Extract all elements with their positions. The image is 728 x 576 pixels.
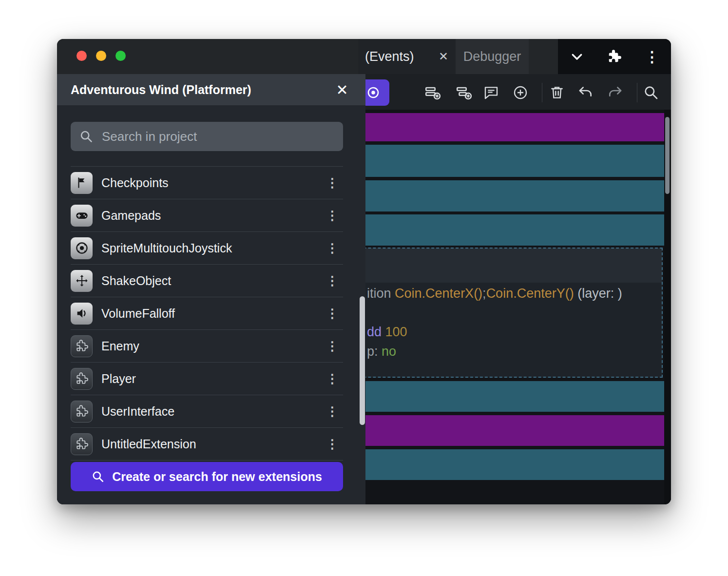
extensions-puzzle-icon[interactable] xyxy=(607,49,622,64)
item-menu-icon[interactable]: ⋮ xyxy=(322,401,343,422)
add-comment-icon[interactable] xyxy=(480,81,502,104)
item-menu-icon[interactable]: ⋮ xyxy=(322,335,343,357)
list-item-spritemultitouchjoystick[interactable]: SpriteMultitouchJoystick ⋮ xyxy=(71,232,343,265)
event-action-line-3[interactable]: p: no xyxy=(367,344,396,359)
flag-icon xyxy=(71,172,93,194)
list-item-enemy[interactable]: Enemy ⋮ xyxy=(71,330,343,363)
events-scrollbar-thumb[interactable] xyxy=(665,117,670,194)
puzzle-icon xyxy=(71,401,93,422)
puzzle-icon xyxy=(71,368,93,390)
close-traffic-light[interactable] xyxy=(77,51,87,61)
chevron-down-icon[interactable] xyxy=(570,49,584,64)
gamepad-icon xyxy=(71,205,93,227)
add-more-icon[interactable] xyxy=(509,81,532,104)
tab-debugger[interactable]: Debugger xyxy=(456,39,529,74)
search-input[interactable] xyxy=(101,129,334,145)
window-menu-icon[interactable]: ⋮ xyxy=(645,48,659,65)
item-menu-icon[interactable]: ⋮ xyxy=(322,303,343,324)
zoom-traffic-light[interactable] xyxy=(115,51,126,61)
list-item-label: SpriteMultitouchJoystick xyxy=(101,241,322,255)
item-menu-icon[interactable]: ⋮ xyxy=(322,237,343,259)
titlebar-right-actions: ⋮ xyxy=(558,39,671,74)
app-window: (Events) ✕ Debugger ⋮ xyxy=(57,39,671,504)
code-boolean: no xyxy=(382,344,396,359)
item-menu-icon[interactable]: ⋮ xyxy=(322,205,343,226)
redo-icon[interactable] xyxy=(604,81,626,104)
screenshot-stage: (Events) ✕ Debugger ⋮ xyxy=(0,0,728,576)
list-item-volumefalloff[interactable]: VolumeFalloff ⋮ xyxy=(71,297,343,330)
tab-events-close-icon[interactable]: ✕ xyxy=(432,39,455,74)
search-events-icon[interactable] xyxy=(640,81,662,104)
modal-close-icon[interactable]: ✕ xyxy=(331,79,353,100)
create-extension-label: Create or search for new extensions xyxy=(112,470,322,484)
list-item-label: Player xyxy=(101,372,322,386)
item-menu-icon[interactable]: ⋮ xyxy=(322,368,343,389)
project-items-list: Checkpoints ⋮ Gamepads ⋮ SpriteMultitouc… xyxy=(71,166,343,461)
code-layer-suffix: (layer: ) xyxy=(574,286,622,301)
code-keyword: dd xyxy=(367,325,382,339)
minimize-traffic-light[interactable] xyxy=(96,51,106,61)
project-manager-modal: Adventurous Wind (Platformer) ✕ Checkpoi… xyxy=(57,74,365,504)
toolbar-divider xyxy=(637,83,637,102)
code-key: p: xyxy=(367,344,378,359)
event-action-line-2[interactable]: dd 100 xyxy=(367,325,407,340)
list-item-userinterface[interactable]: UserInterface ⋮ xyxy=(71,395,343,428)
list-item-shakeobject[interactable]: ShakeObject ⋮ xyxy=(71,265,343,297)
item-menu-icon[interactable]: ⋮ xyxy=(322,433,343,455)
list-item-label: UserInterface xyxy=(101,404,322,419)
list-item-player[interactable]: Player ⋮ xyxy=(71,363,343,395)
list-item-untitledextension[interactable]: UntitledExtension ⋮ xyxy=(71,428,343,461)
list-item-checkpoints[interactable]: Checkpoints ⋮ xyxy=(71,166,343,199)
undo-icon[interactable] xyxy=(575,81,597,104)
search-icon xyxy=(92,470,104,483)
title-bar: (Events) ✕ Debugger ⋮ xyxy=(57,39,671,74)
tab-events-label: (Events) xyxy=(365,49,414,64)
toolbar-divider xyxy=(542,83,542,102)
joystick-icon xyxy=(71,237,93,259)
modal-title: Adventurous Wind (Platformer) xyxy=(71,83,251,97)
add-subevent-icon[interactable] xyxy=(452,81,475,104)
delete-icon[interactable] xyxy=(546,81,568,104)
list-item-label: ShakeObject xyxy=(101,274,322,288)
add-event-icon[interactable] xyxy=(421,81,443,104)
tab-debugger-label: Debugger xyxy=(463,49,521,64)
event-action-line-1[interactable]: ition Coin.CenterX();Coin.CenterY() (lay… xyxy=(367,286,622,301)
list-item-gamepads[interactable]: Gamepads ⋮ xyxy=(71,199,343,232)
volume-icon xyxy=(71,303,93,325)
puzzle-icon xyxy=(71,433,93,455)
item-menu-icon[interactable]: ⋮ xyxy=(322,270,343,291)
code-separator: ; xyxy=(482,286,486,301)
list-item-label: VolumeFalloff xyxy=(101,307,322,321)
puzzle-icon xyxy=(71,335,93,357)
list-item-label: UntitledExtension xyxy=(101,437,322,451)
modal-header: Adventurous Wind (Platformer) ✕ xyxy=(57,74,365,105)
list-item-label: Enemy xyxy=(101,339,322,353)
list-item-label: Checkpoints xyxy=(101,176,322,190)
code-expression: Coin.CenterX() xyxy=(395,286,482,301)
code-fragment: ition xyxy=(367,286,395,301)
list-item-label: Gamepads xyxy=(101,209,322,223)
code-expression: Coin.CenterY() xyxy=(486,286,574,301)
code-number: 100 xyxy=(385,325,407,339)
create-extension-button[interactable]: Create or search for new extensions xyxy=(71,462,343,491)
move-arrows-icon xyxy=(71,270,93,292)
item-menu-icon[interactable]: ⋮ xyxy=(322,172,343,193)
modal-edge-scrollbar-thumb[interactable] xyxy=(360,296,365,425)
search-icon xyxy=(79,130,93,143)
project-search-box[interactable] xyxy=(71,122,343,151)
